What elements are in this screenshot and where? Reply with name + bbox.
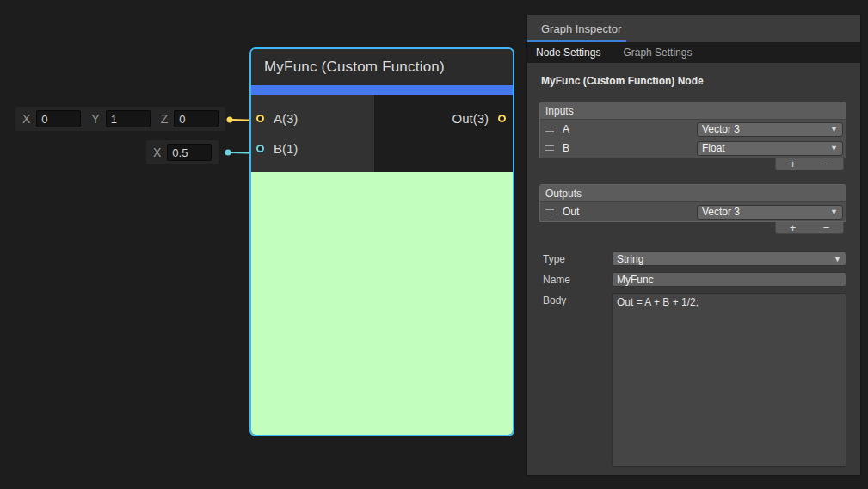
port-out-connector[interactable] (498, 115, 506, 122)
name-field[interactable] (612, 272, 846, 287)
outputs-list: Outputs Out Vector 3 ▼ (539, 184, 846, 222)
tab-node-settings[interactable]: Node Settings (536, 46, 600, 59)
port-a-label: A(3) (274, 111, 298, 126)
list-item[interactable]: B Float ▼ (540, 139, 846, 158)
myfunc-node[interactable]: MyFunc (Custom Function) A(3) B(1) Out(3… (249, 47, 514, 436)
vector3-y-label: Y (91, 112, 99, 126)
node-settings-heading: MyFunc (Custom Function) Node (539, 75, 846, 87)
graph-inspector-panel: Graph Inspector Node Settings Graph Sett… (526, 15, 861, 476)
remove-output-button[interactable]: − (816, 223, 837, 233)
float-x-group: X (153, 144, 212, 161)
input-b-type-dropdown[interactable]: Float ▼ (697, 141, 843, 156)
input-a-type-dropdown[interactable]: Vector 3 ▼ (697, 122, 843, 137)
vector3-y-field[interactable] (106, 110, 151, 127)
body-field[interactable]: Out = A + B + 1/2; (612, 293, 846, 467)
port-row-b: B(1) (251, 133, 374, 164)
tab-graph-settings[interactable]: Graph Settings (623, 46, 692, 59)
float-input-widget: X (146, 140, 219, 164)
node-output-ports: Out(3) (374, 95, 513, 172)
dropdown-arrow-icon: ▼ (830, 207, 838, 216)
outputs-list-header: Outputs (540, 185, 846, 202)
dropdown-value: String (617, 253, 830, 265)
body-label: Body (539, 293, 612, 306)
vector3-z-group: Z (161, 110, 219, 127)
dropdown-value: Vector 3 (702, 206, 827, 218)
inspector-content: MyFunc (Custom Function) Node Inputs A V… (527, 63, 860, 475)
vector3-z-label: Z (161, 112, 169, 126)
float-x-label: X (153, 145, 161, 159)
port-a-connector[interactable] (256, 115, 264, 122)
vector3-z-field[interactable] (174, 110, 219, 127)
vector3-x-field[interactable] (36, 110, 81, 127)
output-type-dropdown[interactable]: Vector 3 ▼ (697, 205, 843, 220)
node-title[interactable]: MyFunc (Custom Function) (251, 49, 513, 85)
port-row-a: A(3) (251, 103, 374, 133)
input-row-name: A (559, 123, 692, 135)
drag-handle-icon[interactable] (545, 127, 554, 132)
float-x-field[interactable] (167, 144, 212, 161)
type-label: Type (539, 251, 612, 265)
dropdown-arrow-icon: ▼ (834, 255, 841, 263)
port-b-connector[interactable] (256, 145, 264, 152)
port-out-label: Out(3) (452, 111, 489, 126)
name-row: Name (539, 272, 846, 287)
list-item[interactable]: Out Vector 3 ▼ (540, 202, 846, 221)
vector3-x-group: X (22, 110, 81, 127)
inspector-tabs: Node Settings Graph Settings (527, 42, 860, 63)
vector3-x-label: X (22, 112, 30, 126)
dropdown-value: Float (702, 142, 827, 154)
node-accent-bar (251, 85, 513, 95)
inputs-list: Inputs A Vector 3 ▼ B Float ▼ (539, 102, 846, 158)
vector3-input-widget: X Y Z (15, 107, 225, 131)
vector3-edge-dot (227, 117, 233, 123)
node-input-ports: A(3) B(1) (251, 95, 374, 172)
port-row-out: Out(3) (374, 103, 513, 133)
inputs-list-header: Inputs (540, 102, 846, 120)
node-preview (251, 172, 513, 435)
drag-handle-icon[interactable] (545, 145, 554, 151)
output-row-name: Out (559, 206, 692, 218)
port-b-label: B(1) (274, 141, 298, 156)
inspector-title: Graph Inspector (541, 22, 621, 35)
dropdown-arrow-icon: ▼ (830, 144, 838, 152)
vector3-y-group: Y (91, 110, 150, 127)
float-edge-dot (225, 150, 231, 156)
remove-input-button[interactable]: − (816, 159, 837, 170)
type-row: Type String ▼ (539, 251, 846, 266)
dropdown-value: Vector 3 (702, 123, 827, 135)
add-input-button[interactable]: + (783, 159, 803, 170)
node-ports: A(3) B(1) Out(3) (251, 95, 513, 172)
outputs-list-footer: + − (775, 222, 844, 234)
input-row-name: B (559, 142, 692, 154)
inspector-accent-underline (527, 40, 626, 42)
name-label: Name (539, 272, 612, 286)
type-dropdown[interactable]: String ▼ (612, 251, 846, 266)
inspector-header[interactable]: Graph Inspector (527, 15, 860, 42)
inputs-list-footer: + − (775, 158, 844, 170)
dropdown-arrow-icon: ▼ (830, 125, 838, 133)
body-row: Body Out = A + B + 1/2; (539, 293, 846, 467)
drag-handle-icon[interactable] (545, 209, 554, 214)
list-item[interactable]: A Vector 3 ▼ (540, 120, 846, 139)
function-properties: Type String ▼ Name Body Out = A + B + 1/… (539, 251, 846, 467)
add-output-button[interactable]: + (783, 223, 803, 233)
